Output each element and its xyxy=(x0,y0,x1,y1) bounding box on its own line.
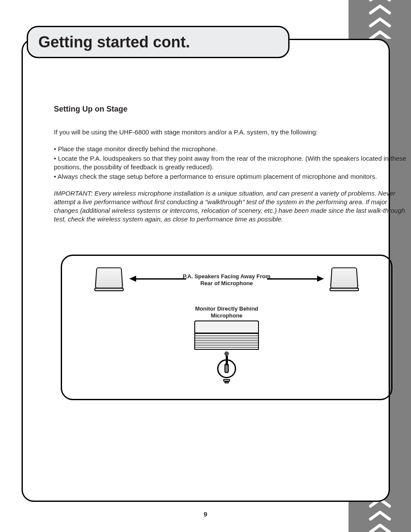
section-title-box: Getting started cont. xyxy=(27,26,290,58)
diagram-caption-monitor: Monitor Directly Behind Microphone xyxy=(179,305,274,320)
bullet-item: • Locate the P.A. loudspeakers so that t… xyxy=(54,154,407,172)
microphone-icon xyxy=(217,359,236,383)
chevron-up-icon xyxy=(369,0,391,39)
section-title: Getting started cont. xyxy=(38,33,190,51)
bullet-list: • Place the stage monitor directly behin… xyxy=(54,145,407,181)
subheading: Setting Up on Stage xyxy=(54,104,407,114)
pa-speaker-left-icon xyxy=(94,266,124,293)
diagram-caption-speakers: P.A. Speakers Facing Away From Rear of M… xyxy=(179,273,274,287)
bullet-item: • Place the stage monitor directly behin… xyxy=(54,145,407,153)
stage-monitor-icon xyxy=(194,320,259,350)
page: Getting started cont. Setting Up on Stag… xyxy=(0,0,411,532)
pa-speaker-right-icon xyxy=(329,266,359,293)
chevron-stack-top xyxy=(369,0,391,39)
body-text: Setting Up on Stage If you will be using… xyxy=(54,104,407,232)
arrow-right-icon xyxy=(267,277,323,280)
svg-marker-0 xyxy=(129,276,136,282)
content-card: Setting Up on Stage If you will be using… xyxy=(22,39,390,502)
arrow-left-icon xyxy=(130,277,186,280)
page-number: 9 xyxy=(0,510,411,518)
bullet-item: • Always check the stage setup before a … xyxy=(54,172,407,181)
svg-marker-1 xyxy=(317,276,324,282)
intro-paragraph: If you will be using the UHF-6800 with s… xyxy=(54,128,407,137)
important-note: IMPORTANT: Every wireless microphone ins… xyxy=(54,189,407,224)
stage-setup-diagram: P.A. Speakers Facing Away From Rear of M… xyxy=(61,255,392,400)
